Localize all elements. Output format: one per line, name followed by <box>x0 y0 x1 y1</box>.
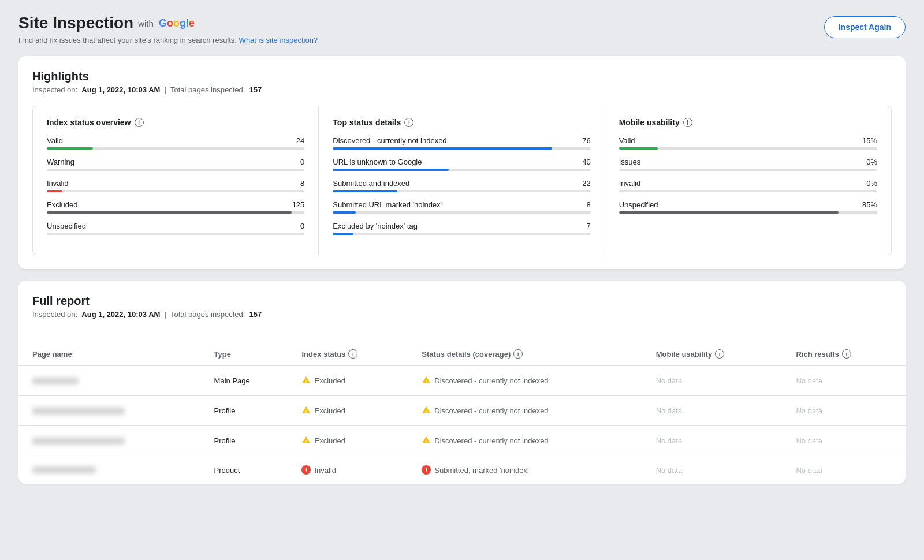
bar-row-invalid: Invalid 8 <box>47 179 304 192</box>
page-name-cell-0 <box>18 366 205 396</box>
col-page-name: Page name <box>18 342 205 366</box>
top-status-title: Top status details i <box>333 118 590 127</box>
index-status-cell-3: ! Invalid <box>292 456 412 484</box>
mobile-col-info[interactable]: i <box>715 349 724 359</box>
bar-row-noindex-marked: Submitted URL marked 'noindex' 8 <box>333 200 590 214</box>
mobile-cell-2: No data <box>647 426 787 456</box>
rich-results-cell-0: No data <box>787 366 906 396</box>
page-name-cell-1 <box>18 396 205 426</box>
bar-row-submitted-indexed: Submitted and indexed 22 <box>333 179 590 192</box>
col-status-details: Status details (coverage) i <box>412 342 646 366</box>
status-details-cell-0: ! Discovered - currently not indexed <box>412 366 646 396</box>
full-report-title: Full report <box>32 294 892 308</box>
error-icon-det-3: ! <box>422 465 431 475</box>
top-status-info-icon[interactable]: i <box>404 118 413 127</box>
index-status-cell-0: ! Excluded <box>292 366 412 396</box>
warning-icon-det-1: ! <box>422 405 431 416</box>
table-row: Product ! Invalid ! Submitted, marked 'n… <box>18 456 906 484</box>
rich-results-cell-2: No data <box>787 426 906 456</box>
index-status-title: Index status overview i <box>47 118 304 127</box>
svg-text:!: ! <box>305 409 307 414</box>
warning-icon-det-0: ! <box>422 375 431 386</box>
table-row: Profile ! Excluded <box>18 426 906 456</box>
type-cell-3: Product <box>205 456 293 484</box>
mobile-cell-0: No data <box>647 366 787 396</box>
rich-results-cell-1: No data <box>787 396 906 426</box>
mobile-cell-3: No data <box>647 456 787 484</box>
warning-icon-2: ! <box>301 435 311 446</box>
col-type: Type <box>205 342 293 366</box>
mobile-usability-info-icon[interactable]: i <box>683 118 692 127</box>
status-details-cell-3: ! Submitted, marked 'noindex' <box>412 456 646 484</box>
bar-row-excluded: Excluded 125 <box>47 200 304 214</box>
google-logo: Google <box>156 17 195 29</box>
highlights-title: Highlights <box>32 70 892 83</box>
mobile-usability-panel: Mobile usability i Valid 15% Issues 0% <box>605 106 891 255</box>
mobile-cell-1: No data <box>647 396 787 426</box>
bar-row-mob-unspecified: Unspecified 85% <box>619 200 877 214</box>
full-report-header: Full report Inspected on: Aug 1, 2022, 1… <box>18 281 906 342</box>
bar-row-discovered: Discovered - currently not indexed 76 <box>333 136 590 150</box>
inspect-again-button[interactable]: Inspect Again <box>824 16 906 38</box>
svg-text:!: ! <box>426 439 427 444</box>
rich-results-cell-3: No data <box>787 456 906 484</box>
col-rich-results: Rich results i <box>787 342 906 366</box>
highlights-meta: Inspected on: Aug 1, 2022, 10:03 AM | To… <box>32 85 892 94</box>
warning-icon-0: ! <box>301 375 311 386</box>
bar-row-unknown: URL is unknown to Google 40 <box>333 158 590 171</box>
type-cell-1: Profile <box>205 396 293 426</box>
index-status-cell-2: ! Excluded <box>292 426 412 456</box>
page-name-blurred-1 <box>32 408 125 415</box>
svg-text:!: ! <box>305 379 307 384</box>
full-report-card: Full report Inspected on: Aug 1, 2022, 1… <box>18 281 906 484</box>
page-name-blurred-2 <box>32 438 125 445</box>
svg-text:!: ! <box>305 439 307 444</box>
status-details-col-info[interactable]: i <box>513 349 523 359</box>
status-details-cell-1: ! Discovered - currently not indexed <box>412 396 646 426</box>
title-row: Site Inspection with Google <box>18 14 318 32</box>
header-left: Site Inspection with Google Find and fix… <box>18 14 318 44</box>
full-report-meta: Inspected on: Aug 1, 2022, 10:03 AM | To… <box>32 310 892 319</box>
bar-row-mob-invalid: Invalid 0% <box>619 179 877 192</box>
index-status-info-icon[interactable]: i <box>135 118 144 127</box>
type-cell-0: Main Page <box>205 366 293 396</box>
table-header-row: Page name Type Index status i St <box>18 342 906 366</box>
highlights-panels: Index status overview i Valid 24 Warning… <box>32 106 892 255</box>
warning-icon-det-2: ! <box>422 435 431 446</box>
rich-results-col-info[interactable]: i <box>842 349 851 359</box>
page-title: Site Inspection <box>18 14 133 32</box>
page-name-blurred-3 <box>32 466 96 473</box>
subtitle: Find and fix issues that affect your sit… <box>18 36 318 44</box>
table-row: Profile ! Excluded <box>18 396 906 426</box>
top-status-panel: Top status details i Discovered - curren… <box>319 106 605 255</box>
page-name-blurred-0 <box>32 378 79 384</box>
table-row: Main Page ! Excluded <box>18 366 906 396</box>
index-status-col-info[interactable]: i <box>348 349 357 359</box>
bar-row-warning: Warning 0 <box>47 158 304 171</box>
highlights-card: Highlights Inspected on: Aug 1, 2022, 10… <box>18 56 906 269</box>
type-cell-2: Profile <box>205 426 293 456</box>
with-label: with Google <box>138 17 195 29</box>
status-details-cell-2: ! Discovered - currently not indexed <box>412 426 646 456</box>
page-name-cell-2 <box>18 426 205 456</box>
svg-text:!: ! <box>426 379 427 384</box>
index-status-cell-1: ! Excluded <box>292 396 412 426</box>
index-status-panel: Index status overview i Valid 24 Warning… <box>33 106 319 255</box>
bar-row-unspecified: Unspecified 0 <box>47 222 304 235</box>
bar-row-mob-issues: Issues 0% <box>619 158 877 171</box>
page-header: Site Inspection with Google Find and fix… <box>18 14 906 44</box>
page-name-cell-3 <box>18 456 205 484</box>
report-table: Page name Type Index status i St <box>18 342 906 484</box>
mobile-usability-title: Mobile usability i <box>619 118 877 127</box>
col-mobile-usability: Mobile usability i <box>647 342 787 366</box>
bar-row-mob-valid: Valid 15% <box>619 136 877 150</box>
warning-icon-1: ! <box>301 405 311 416</box>
col-index-status: Index status i <box>292 342 412 366</box>
bar-row-excluded-noindex: Excluded by 'noindex' tag 7 <box>333 222 590 235</box>
error-icon-3: ! <box>301 465 311 475</box>
what-is-site-inspection-link[interactable]: What is site inspection? <box>239 36 318 44</box>
svg-text:!: ! <box>426 409 427 414</box>
bar-row-valid: Valid 24 <box>47 136 304 150</box>
